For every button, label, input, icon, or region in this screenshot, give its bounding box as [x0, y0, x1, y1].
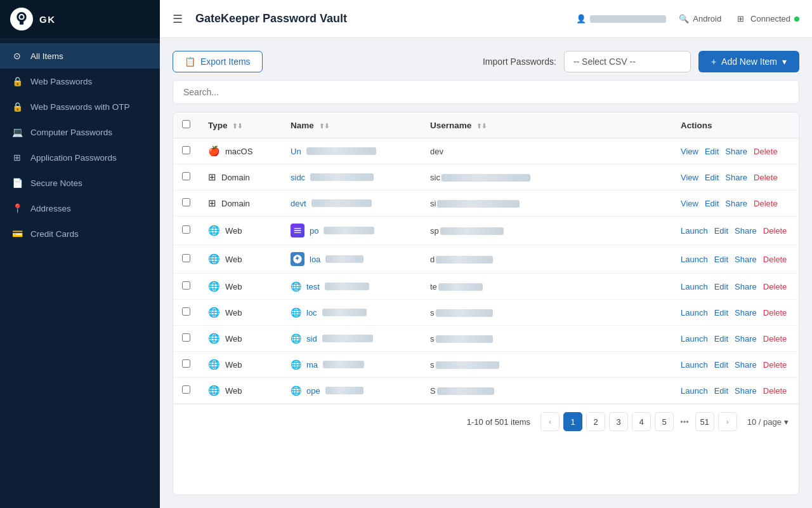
row-checkbox[interactable] — [182, 307, 190, 316]
edit-link[interactable]: Edit — [714, 255, 728, 264]
android-icon: 🔍 — [679, 14, 689, 23]
delete-link[interactable]: Delete — [763, 282, 787, 291]
username-cell: s — [421, 300, 672, 326]
sidebar-item-web-passwords-otp[interactable]: 🔒 Web Passwords with OTP — [0, 94, 160, 119]
table-row: 🌐Web 🌐test te LaunchEditShareDelete — [173, 274, 799, 300]
delete-link[interactable]: Delete — [763, 226, 787, 236]
content-area: 📋 Export Items Import Passwords: -- Sele… — [160, 38, 812, 508]
row-checkbox[interactable] — [182, 333, 190, 342]
edit-link[interactable]: Edit — [705, 199, 719, 208]
launch-link[interactable]: Launch — [681, 308, 708, 318]
pagination-info: 1-10 of 501 items — [467, 417, 530, 427]
launch-link[interactable]: Launch — [681, 360, 708, 370]
launch-link[interactable]: Launch — [681, 255, 708, 264]
pagination-page-4[interactable]: 4 — [632, 412, 651, 431]
secure-notes-icon: 📄 — [11, 178, 23, 188]
user-icon: 👤 — [576, 14, 586, 23]
launch-link[interactable]: Launch — [681, 386, 708, 396]
edit-link[interactable]: Edit — [714, 308, 728, 318]
edit-link[interactable]: Edit — [714, 334, 728, 344]
row-checkbox[interactable] — [182, 254, 190, 262]
pagination-page-51[interactable]: 51 — [695, 412, 714, 431]
row-checkbox[interactable] — [182, 281, 190, 290]
delete-link[interactable]: Delete — [763, 334, 787, 344]
view-link[interactable]: View — [681, 147, 698, 156]
type-cell: ⊞Domain — [199, 164, 282, 190]
table-row: 🌐Web 🌐ma s LaunchEditShareDelete — [173, 352, 799, 378]
row-checkbox[interactable] — [182, 198, 190, 206]
delete-link[interactable]: Delete — [763, 386, 787, 396]
edit-link[interactable]: Edit — [714, 360, 728, 370]
share-link[interactable]: Share — [735, 308, 757, 318]
row-checkbox[interactable] — [182, 146, 190, 154]
share-link[interactable]: Share — [735, 282, 757, 291]
share-link[interactable]: Share — [735, 255, 757, 264]
delete-link[interactable]: Delete — [754, 199, 778, 208]
delete-link[interactable]: Delete — [763, 308, 787, 318]
share-link[interactable]: Share — [725, 173, 747, 182]
sidebar-item-secure-notes[interactable]: 📄 Secure Notes — [0, 170, 160, 196]
row-checkbox[interactable] — [182, 359, 190, 368]
topbar-user: 👤 — [576, 14, 666, 23]
menu-icon[interactable]: ☰ — [173, 12, 183, 26]
row-checkbox[interactable] — [182, 172, 190, 180]
launch-link[interactable]: Launch — [681, 282, 708, 291]
row-checkbox-cell — [173, 326, 199, 352]
share-link[interactable]: Share — [735, 360, 757, 370]
edit-link[interactable]: Edit — [714, 282, 728, 291]
type-cell: ⊞Domain — [199, 190, 282, 217]
all-items-icon: ⊙ — [11, 51, 23, 61]
row-checkbox[interactable] — [182, 385, 190, 394]
row-checkbox[interactable] — [182, 225, 190, 234]
page-title: GateKeeper Password Vault — [195, 12, 566, 25]
sidebar-item-all-items[interactable]: ⊙ All Items — [0, 43, 160, 69]
view-link[interactable]: View — [681, 199, 698, 208]
web-icon: 🌐 — [208, 307, 220, 318]
sidebar-item-application-passwords[interactable]: ⊞ Application Passwords — [0, 145, 160, 170]
delete-link[interactable]: Delete — [763, 255, 787, 264]
delete-link[interactable]: Delete — [763, 360, 787, 370]
add-new-item-button[interactable]: + Add New Item ▾ — [698, 51, 799, 72]
pagination-next[interactable]: › — [718, 412, 737, 431]
pagination-prev[interactable]: ‹ — [540, 412, 560, 431]
view-link[interactable]: View — [681, 173, 698, 182]
export-button[interactable]: 📋 Export Items — [173, 51, 263, 72]
pagination-page-1[interactable]: 1 — [563, 412, 582, 431]
sidebar-label-addresses: Addresses — [30, 204, 71, 213]
select-csv[interactable]: -- Select CSV -- — [564, 51, 691, 72]
web-icon: 🌐 — [208, 359, 220, 370]
delete-link[interactable]: Delete — [754, 173, 778, 182]
edit-link[interactable]: Edit — [705, 147, 719, 156]
sidebar-item-credit-cards[interactable]: 💳 Credit Cards — [0, 221, 160, 246]
search-input[interactable] — [173, 80, 799, 104]
topbar-connected: ⊞ Connected — [734, 13, 799, 25]
add-label: Add New Item — [721, 57, 777, 67]
pagination-page-3[interactable]: 3 — [609, 412, 628, 431]
per-page-chevron: ▾ — [784, 417, 789, 427]
name-cell: loa — [282, 245, 421, 274]
sidebar-item-computer-passwords[interactable]: 💻 Computer Passwords — [0, 119, 160, 145]
launch-link[interactable]: Launch — [681, 334, 708, 344]
sidebar-item-addresses[interactable]: 📍 Addresses — [0, 196, 160, 221]
svg-rect-1 — [20, 20, 23, 25]
row-checkbox-cell — [173, 217, 199, 245]
launch-link[interactable]: Launch — [681, 226, 708, 236]
username-cell: sp — [421, 217, 672, 245]
pagination-page-2[interactable]: 2 — [586, 412, 605, 431]
import-label: Import Passwords: — [483, 57, 556, 67]
edit-link[interactable]: Edit — [714, 386, 728, 396]
share-link[interactable]: Share — [735, 226, 757, 236]
edit-link[interactable]: Edit — [714, 226, 728, 236]
per-page-select[interactable]: 10 / page ▾ — [747, 417, 789, 427]
share-link[interactable]: Share — [725, 147, 747, 156]
share-link[interactable]: Share — [725, 199, 747, 208]
share-link[interactable]: Share — [735, 386, 757, 396]
share-link[interactable]: Share — [735, 334, 757, 344]
pagination-page-5[interactable]: 5 — [655, 412, 674, 431]
table-row: 🌐Web 🌐ope S LaunchEditShareDelete — [173, 378, 799, 404]
edit-link[interactable]: Edit — [705, 173, 719, 182]
select-all-checkbox[interactable] — [182, 120, 190, 128]
delete-link[interactable]: Delete — [754, 147, 778, 156]
actions-cell: LaunchEditShareDelete — [672, 378, 799, 404]
sidebar-item-web-passwords[interactable]: 🔒 Web Passwords — [0, 69, 160, 94]
